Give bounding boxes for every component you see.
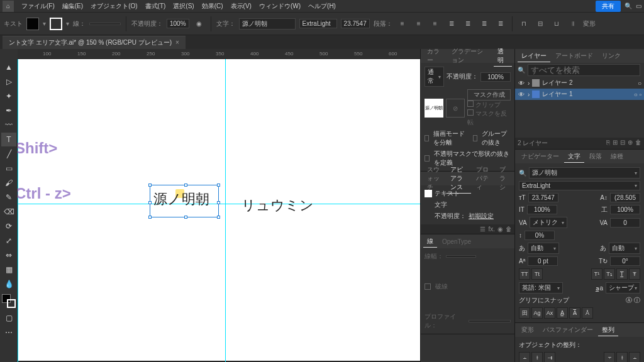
close-tab-icon[interactable]: × — [175, 39, 179, 46]
tab-property[interactable]: プロパティ — [472, 164, 494, 193]
language-dropdown[interactable]: 英語: 米国▾ — [519, 282, 563, 293]
fill-dropdown-icon[interactable]: ▾ — [43, 20, 46, 27]
tab-pathfinder[interactable]: パスファインダー — [539, 324, 597, 336]
style-icon[interactable]: ◉ — [193, 18, 206, 30]
layer-search[interactable] — [528, 64, 640, 76]
share-button[interactable]: 共有 — [596, 1, 621, 12]
font-size-field[interactable]: 23.7547 — [528, 193, 558, 202]
fill-swatch[interactable] — [26, 18, 39, 30]
canvas[interactable]: Shift> Ctrl - z> 源ノ明朝 リュウミン — [18, 59, 420, 362]
visibility-icon[interactable]: 👁 — [518, 91, 525, 98]
char-weight-dropdown[interactable]: ExtraLight▾ — [519, 181, 640, 190]
tab-paragraph[interactable]: 段落 — [586, 151, 606, 162]
transform-label[interactable]: 変形 — [583, 19, 596, 28]
eraser-tool[interactable]: ⌫ — [1, 205, 16, 219]
locate-icon[interactable]: ⎘ — [606, 139, 610, 148]
appearance-menu-icon[interactable]: ☰ — [480, 226, 486, 233]
blend-mode-dropdown[interactable]: 通常▾ — [425, 67, 444, 87]
stroke-swatch[interactable] — [50, 18, 62, 30]
pen-tool[interactable]: ✒ — [1, 104, 16, 118]
scale-tool[interactable]: ⤢ — [1, 234, 16, 248]
valign-top-icon[interactable]: ⊓ — [518, 18, 530, 30]
antialias-dropdown[interactable]: シャープ▾ — [606, 282, 640, 293]
brush-tool[interactable]: 🖌 — [1, 176, 16, 190]
char-font-dropdown[interactable]: 源ノ明朝▾ — [529, 167, 640, 178]
rotate-tool[interactable]: ⟳ — [1, 219, 16, 233]
curvature-tool[interactable]: 〰 — [1, 118, 16, 132]
layer-row[interactable]: 👁› レイヤー 2 ○ — [515, 77, 644, 89]
chk-opacity-mask[interactable] — [425, 155, 430, 162]
align-vcenter-btn[interactable]: ⫲ — [616, 352, 628, 362]
tab-artboards[interactable]: アートボード — [552, 50, 597, 62]
justify-icon[interactable]: ≣ — [445, 18, 458, 30]
weight-field[interactable]: ExtraLight — [299, 19, 337, 28]
align-right-btn[interactable]: ⫣ — [544, 352, 555, 362]
menu-edit[interactable]: 編集(E) — [58, 1, 87, 12]
align-bottom-btn[interactable]: ⫠ — [629, 352, 640, 362]
tab-transparency[interactable]: 透明 — [494, 46, 512, 67]
justify3-icon[interactable]: ≣ — [478, 18, 491, 30]
canvas-text-2[interactable]: リュウミン — [242, 196, 314, 215]
menu-file[interactable]: ファイル(F) — [18, 1, 58, 12]
search-icon[interactable]: 🔍 — [625, 3, 632, 9]
tab-gradient[interactable]: グラデーション — [448, 46, 492, 66]
layer-row-selected[interactable]: 👁› レイヤー 1 ○ ▫ — [515, 89, 644, 100]
transparency-opacity[interactable]: 100% — [480, 72, 511, 82]
tab-character[interactable]: 文字 — [564, 151, 584, 163]
opacity-field[interactable]: 100% — [167, 19, 189, 28]
line-tool[interactable]: ╱ — [1, 147, 16, 161]
stroke-width-field[interactable] — [89, 23, 121, 25]
align-center-icon[interactable]: ≡ — [413, 18, 425, 30]
align-left-icon[interactable]: ≡ — [396, 18, 409, 30]
eyedropper-tool[interactable]: 💧 — [1, 277, 16, 291]
menu-help[interactable]: ヘルプ(H) — [304, 1, 340, 12]
screen-mode-tool[interactable]: ▢ — [1, 311, 16, 325]
direct-select-tool[interactable]: ▷ — [1, 75, 16, 89]
mask-empty[interactable]: ⊘ — [446, 99, 465, 118]
justify4-icon[interactable]: ≣ — [494, 18, 507, 30]
tab-color[interactable]: カラー — [423, 46, 447, 66]
wand-tool[interactable]: ✦ — [1, 89, 16, 103]
width-tool[interactable]: ⇔ — [1, 248, 16, 262]
menu-select[interactable]: 選択(S) — [169, 1, 197, 12]
tab-brush[interactable]: ブラシ — [496, 164, 512, 193]
chk-isolate[interactable] — [425, 135, 429, 141]
document-tab[interactable]: ント文字 エリア文字.ai* @ 150 % (RGB/CPU プレビュー) × — [3, 36, 186, 49]
guide-vertical[interactable] — [225, 59, 226, 362]
kerning-dropdown[interactable]: メトリク▾ — [530, 217, 567, 228]
font-field[interactable]: 源ノ明朝 — [239, 18, 296, 30]
menu-type[interactable]: 書式(T) — [142, 1, 170, 12]
mask-thumb[interactable]: 源ノ明朝 — [425, 99, 443, 118]
menu-window[interactable]: ウィンドウ(W) — [255, 1, 304, 12]
home-icon[interactable]: ⌂ — [3, 1, 14, 12]
gradient-tool[interactable]: ▦ — [1, 263, 16, 277]
menu-object[interactable]: オブジェクト(O) — [87, 1, 141, 12]
valign-mid-icon[interactable]: ⊟ — [534, 18, 547, 30]
menu-effect[interactable]: 効果(C) — [198, 1, 227, 12]
type-tool[interactable]: T — [1, 133, 16, 146]
tab-navigator[interactable]: ナビゲーター — [518, 151, 563, 162]
tab-transform[interactable]: 変形 — [518, 324, 538, 336]
menu-view[interactable]: 表示(V) — [227, 1, 255, 12]
leading-field[interactable]: (28.505 — [610, 193, 640, 202]
more-tools[interactable]: ⋯ — [1, 326, 16, 339]
trash-icon[interactable]: 🗑 — [635, 139, 641, 148]
justify2-icon[interactable]: ≣ — [462, 18, 474, 30]
arrange-icon[interactable]: ▭ — [636, 3, 641, 9]
visibility-icon[interactable]: 👁 — [518, 80, 525, 87]
tab-layers[interactable]: レイヤー — [518, 50, 550, 62]
fx-icon[interactable]: fx. — [488, 226, 495, 233]
fill-stroke-indicator[interactable] — [2, 294, 16, 308]
align-hcenter-btn[interactable]: ⫲ — [531, 352, 543, 362]
valign-bot-icon[interactable]: ⊔ — [550, 18, 563, 30]
tab-linetype[interactable]: 線種 — [607, 151, 627, 162]
align-top-btn[interactable]: ⫟ — [604, 352, 615, 362]
search-icon[interactable]: 🔍 — [518, 67, 525, 74]
guide-vertical-2[interactable] — [18, 59, 18, 362]
stroke-dropdown-icon[interactable]: ▾ — [66, 20, 69, 27]
rectangle-tool[interactable]: ▭ — [1, 162, 16, 175]
make-mask-btn[interactable]: マスク作成 — [467, 89, 511, 101]
distribute-icon[interactable]: ⫴ — [567, 18, 579, 30]
new-layer-icon[interactable]: ⊕ — [628, 139, 633, 148]
tab-stroke[interactable]: 線 — [423, 236, 437, 248]
